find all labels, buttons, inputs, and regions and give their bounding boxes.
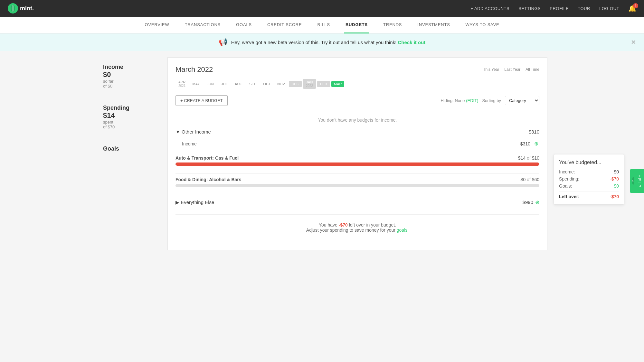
- tour-link[interactable]: TOUR: [578, 6, 590, 11]
- spending-item-alcohol-amount: $0 of $60: [521, 177, 539, 182]
- beta-banner: 📢 Hey, we've got a new beta version of t…: [0, 33, 644, 51]
- budgeted-goals-val: $0: [614, 183, 619, 189]
- sidebar-income-detail1: so far: [103, 79, 158, 84]
- spending-item-gas-header: Auto & Transport: Gas & Fuel $14 of $10: [175, 155, 539, 161]
- income-line-name: Income: [182, 141, 520, 146]
- month-may[interactable]: MAY: [190, 81, 203, 87]
- logout-link[interactable]: LOG OUT: [599, 6, 619, 11]
- nav-item-trends[interactable]: TRENDS: [382, 17, 403, 33]
- other-income-group: ▼ Other Income $310 Income $310 ⊕: [175, 126, 539, 149]
- nav-item-bills[interactable]: BILLS: [316, 17, 331, 33]
- month-dec[interactable]: DEC: [289, 81, 302, 87]
- sidebar-goals-title: Goals: [103, 145, 158, 152]
- logo-text: mint.: [20, 5, 34, 12]
- sorting-by-label: Sorting by: [482, 98, 501, 103]
- add-accounts-link[interactable]: + ADD ACCOUNTS: [470, 6, 509, 11]
- nav-item-credit-score[interactable]: CREDIT SCORE: [266, 17, 303, 33]
- date-tab-all-time[interactable]: All Time: [526, 67, 539, 72]
- month-jul[interactable]: JUL: [218, 81, 231, 87]
- date-tab-last-year[interactable]: Last Year: [504, 67, 520, 72]
- budgeted-spending-val: -$70: [610, 176, 619, 181]
- month-nov[interactable]: NOV: [275, 81, 288, 87]
- budgeted-card-title: You've budgeted...: [559, 160, 619, 165]
- svg-point-2: [12, 5, 14, 12]
- date-tabs: This Year Last Year All Time: [483, 67, 539, 72]
- budgeted-card: You've budgeted... Income: $0 Spending: …: [554, 154, 624, 205]
- budget-footer-line2: Adjust your spending to save money for y…: [175, 227, 539, 233]
- spending-item-alcohol: Food & Dining: Alcohol & Bars $0 of $60: [175, 173, 539, 190]
- toolbar: + CREATE A BUDGET Hiding: None (EDIT) So…: [175, 95, 539, 106]
- nav-item-investments[interactable]: INVESTMENTS: [416, 17, 451, 33]
- spending-item-gas-amount: $14 of $10: [518, 155, 539, 161]
- month-sep[interactable]: SEP: [246, 81, 259, 87]
- no-income-message: You don't have any budgets for income.: [175, 111, 539, 126]
- edit-hiding-link[interactable]: (EDIT): [466, 98, 478, 103]
- budgeted-goals-row: Goals: $0: [559, 183, 619, 189]
- hiding-text: Hiding: None (EDIT): [440, 98, 478, 103]
- month-aug[interactable]: AUG: [232, 81, 245, 87]
- top-nav-links: + ADD ACCOUNTS SETTINGS PROFILE TOUR LOG…: [470, 5, 636, 12]
- content-area: March 2022 This Year Last Year All Time …: [167, 57, 547, 250]
- beta-close-button[interactable]: ✕: [631, 38, 636, 46]
- spending-item-gas-name: Auto & Transport: Gas & Fuel: [175, 155, 239, 161]
- budgeted-income-label: Income:: [559, 169, 575, 174]
- nav-item-goals[interactable]: GOALS: [235, 17, 253, 33]
- sidebar-spending-section: Spending $14 spent of $70: [103, 105, 158, 129]
- help-button[interactable]: HELP ›: [630, 169, 644, 193]
- check-it-out-link[interactable]: Check it out: [398, 40, 426, 45]
- gas-progress-fill: [175, 162, 539, 166]
- nav-item-budgets[interactable]: BUDGETS: [344, 17, 369, 33]
- gas-progress-bar: [175, 162, 539, 166]
- income-line-amount: $310: [520, 141, 530, 146]
- budgeted-goals-label: Goals:: [559, 183, 572, 189]
- budgeted-spending-label: Spending:: [559, 176, 579, 181]
- sidebar-spending-amount: $14: [103, 111, 158, 120]
- month-oct[interactable]: OCT: [260, 81, 273, 87]
- budgeted-leftover-row: Left over: -$70: [559, 194, 619, 199]
- logo: mint.: [8, 3, 34, 14]
- sidebar-income-detail2: of $0: [103, 84, 158, 88]
- budgeted-income-row: Income: $0: [559, 169, 619, 174]
- sorting-select[interactable]: Category Amount Name: [505, 96, 539, 105]
- month-mar[interactable]: MAR: [331, 81, 344, 87]
- month-selector: APR2021 MAY JUN JUL AUG SEP OCT NOV DEC …: [175, 79, 539, 89]
- income-add-button[interactable]: ⊕: [533, 141, 539, 147]
- sidebar-income-amount: $0: [103, 70, 158, 79]
- date-title: March 2022: [175, 65, 213, 74]
- alcohol-progress-bar: [175, 184, 539, 187]
- left-sidebar: Income $0 so far of $0 Spending $14 spen…: [97, 57, 167, 250]
- settings-link[interactable]: SETTINGS: [518, 6, 541, 11]
- goals-link[interactable]: goals: [397, 227, 407, 233]
- spending-item-alcohol-header: Food & Dining: Alcohol & Bars $0 of $60: [175, 177, 539, 182]
- everything-else-amount: $990 ⊕: [523, 199, 539, 205]
- nav-item-transactions[interactable]: TRANSACTIONS: [184, 17, 222, 33]
- budget-footer-line1: You have -$70 left over in your budget.: [175, 222, 539, 227]
- profile-link[interactable]: PROFILE: [550, 6, 569, 11]
- date-tab-this-year[interactable]: This Year: [483, 67, 499, 72]
- beta-banner-text: Hey, we've got a new beta version of thi…: [231, 40, 426, 45]
- month-feb[interactable]: FEB: [317, 81, 330, 87]
- budgeted-leftover-label: Left over:: [559, 194, 580, 199]
- budget-footer: You have -$70 left over in your budget. …: [175, 214, 539, 240]
- month-jan-2022[interactable]: JAN2022: [303, 79, 316, 89]
- month-apr-2021[interactable]: APR2021: [175, 79, 188, 89]
- toolbar-right: Hiding: None (EDIT) Sorting by Category …: [440, 96, 539, 105]
- everything-else-label: ▶ Everything Else: [175, 200, 214, 205]
- income-line-item: Income $310 ⊕: [175, 138, 539, 149]
- help-label: HELP: [637, 174, 642, 188]
- month-jun[interactable]: JUN: [204, 81, 217, 87]
- notification-bell[interactable]: 🔔 1: [628, 5, 636, 12]
- nav-item-ways-to-save[interactable]: WAYS TO SAVE: [464, 17, 501, 33]
- help-arrow-icon: ›: [632, 177, 634, 185]
- everything-else-row[interactable]: ▶ Everything Else $990 ⊕: [175, 195, 539, 209]
- everything-else-add[interactable]: ⊕: [535, 199, 539, 205]
- create-budget-button[interactable]: + CREATE A BUDGET: [175, 95, 228, 106]
- mint-logo-icon: [8, 3, 18, 14]
- sidebar-spending-title: Spending: [103, 105, 158, 111]
- other-income-amount: $310: [529, 129, 539, 135]
- sidebar-spending-detail2: of $70: [103, 125, 158, 129]
- budgeted-divider: [559, 191, 619, 191]
- nav-item-overview[interactable]: OVERVIEW: [143, 17, 170, 33]
- other-income-header[interactable]: ▼ Other Income $310: [175, 126, 539, 138]
- budgeted-leftover-val: -$70: [610, 194, 619, 199]
